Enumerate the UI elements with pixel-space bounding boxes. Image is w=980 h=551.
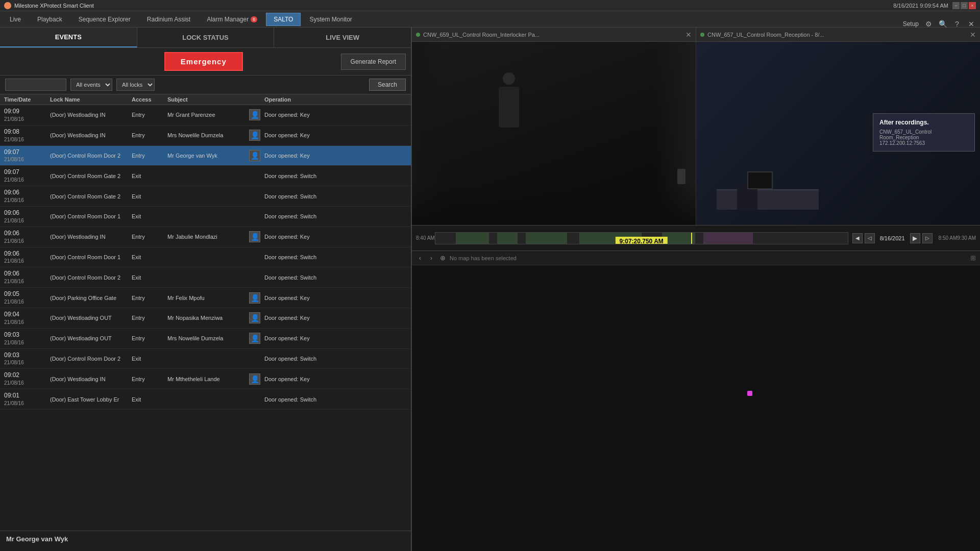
timeline-controls: ◀ ◁ 8/16/2021 ▶ ▷	[852, 233, 933, 243]
timeline-segment-2	[497, 233, 518, 244]
event-lock-5: (Door) Control Room Door 1	[50, 213, 129, 219]
person-icon: 👤	[249, 312, 260, 323]
table-row[interactable]: 09:0621/08/16(Door) Westloading INEntryM…	[0, 227, 411, 247]
event-subject-icon-10: 👤	[249, 312, 264, 323]
event-time-4: 09:0621/08/16	[4, 188, 50, 204]
table-row[interactable]: 09:0921/08/16(Door) Westloading INEntryM…	[0, 105, 411, 126]
emergency-button[interactable]: Emergency	[164, 52, 243, 71]
table-row[interactable]: 09:0321/08/16(Door) Control Room Door 2E…	[0, 349, 411, 369]
table-row[interactable]: 09:0221/08/16(Door) Westloading INEntryM…	[0, 369, 411, 389]
event-operation-6: Door opened: Key	[264, 234, 407, 240]
camera-view-2: After recordings. CNW_657_UL_Control Roo…	[696, 42, 980, 225]
event-lock-7: (Door) Control Room Door 1	[50, 254, 129, 260]
settings-icon[interactable]: ⚙	[924, 19, 933, 29]
event-lock-13: (Door) Westloading IN	[50, 376, 129, 382]
tab-sequence[interactable]: Sequence Explorer	[71, 13, 138, 26]
event-time-8: 09:0621/08/16	[4, 269, 50, 285]
event-operation-12: Door opened: Switch	[264, 356, 407, 362]
event-time-7: 09:0621/08/16	[4, 249, 50, 265]
event-operation-11: Door opened: Key	[264, 335, 407, 341]
maximize-button[interactable]: □	[961, 2, 968, 9]
search-button[interactable]: Search	[369, 79, 406, 91]
cam2-tooltip-line1: CNW_657_UL_Control Room_Reception	[879, 129, 968, 140]
event-lock-12: (Door) Control Room Door 2	[50, 356, 129, 362]
timeline-back-button[interactable]: ◁	[865, 233, 875, 243]
event-lock-4: (Door) Control Room Gate 2	[50, 193, 129, 199]
titlebar-left: Milestone XProtect Smart Client	[4, 2, 94, 9]
event-access-10: Entry	[132, 315, 167, 321]
tab-salto[interactable]: SALTO	[266, 13, 301, 26]
table-row[interactable]: 09:0421/08/16(Door) Westloading OUTEntry…	[0, 308, 411, 329]
close-icon[interactable]: ✕	[967, 19, 976, 29]
event-subject-icon-13: 👤	[249, 373, 264, 385]
event-operation-1: Door opened: Key	[264, 132, 407, 138]
table-row[interactable]: 09:0621/08/16(Door) Control Room Door 2E…	[0, 267, 411, 288]
table-row[interactable]: 09:0821/08/16(Door) Westloading INEntryM…	[0, 126, 411, 146]
timeline-forward-button[interactable]: ▷	[922, 233, 933, 243]
event-time-5: 09:0621/08/16	[4, 209, 50, 224]
timeline-area: 8:40 AM 9:07:20.750 AM ◀ ◁ 8/16/2021 ▶ ▷…	[412, 226, 980, 251]
timeline-mid-time: 8:50 AM	[939, 235, 958, 241]
cam2-close-button[interactable]: ✕	[970, 31, 976, 39]
cam2-monitor	[747, 171, 773, 189]
right-panel: CNW_659_UL_Control Room_Interlocker Pa..…	[412, 28, 980, 551]
events-filter-select[interactable]: All events	[70, 79, 112, 91]
timeline-segment-1	[456, 233, 489, 244]
event-access-14: Exit	[132, 396, 167, 403]
map-location-icon[interactable]: ⊕	[438, 254, 447, 262]
table-row[interactable]: 09:0721/08/16(Door) Control Room Door 2E…	[0, 146, 411, 166]
event-access-9: Entry	[132, 295, 167, 301]
tab-playback[interactable]: Playback	[30, 13, 70, 26]
event-lock-0: (Door) Westloading IN	[50, 112, 129, 118]
event-access-13: Entry	[132, 376, 167, 382]
nav-tab-live_view[interactable]: LIVE VIEW	[274, 28, 411, 47]
tab-alarm[interactable]: Alarm Manager6	[199, 13, 265, 26]
table-body: 09:0921/08/16(Door) Westloading INEntryM…	[0, 105, 411, 410]
table-row[interactable]: 09:0321/08/16(Door) Westloading OUTEntry…	[0, 329, 411, 349]
event-lock-9: (Door) Parking Office Gate	[50, 295, 129, 301]
col-access: Access	[132, 96, 167, 103]
event-access-11: Entry	[132, 335, 167, 341]
map-nav-right[interactable]: ›	[427, 254, 435, 262]
table-row[interactable]: 09:0621/08/16(Door) Control Room Door 1E…	[0, 207, 411, 227]
close-button[interactable]: ×	[969, 2, 976, 9]
table-row[interactable]: 09:0721/08/16(Door) Control Room Gate 2E…	[0, 166, 411, 186]
help-icon[interactable]: ?	[952, 19, 962, 29]
event-lock-6: (Door) Westloading IN	[50, 234, 129, 240]
nav-tab-lock_status[interactable]: LOCK STATUS	[137, 28, 275, 47]
minimize-button[interactable]: −	[952, 2, 960, 9]
event-time-13: 09:0221/08/16	[4, 371, 50, 387]
nav-tab-events[interactable]: EVENTS	[0, 28, 137, 47]
locks-filter-select[interactable]: All locks	[116, 79, 155, 91]
map-area: ‹ › ⊕ No map has been selected ⊞	[412, 251, 980, 551]
map-nav-left[interactable]: ‹	[416, 254, 424, 262]
cam2-tooltip: After recordings. CNW_657_UL_Control Roo…	[873, 113, 975, 152]
filter-text-input[interactable]	[5, 79, 66, 91]
table-row[interactable]: 09:0621/08/16(Door) Control Room Gate 2E…	[0, 186, 411, 207]
tab-radinium[interactable]: Radinium Assist	[139, 13, 198, 26]
timeline-rewind-button[interactable]: ◀	[852, 233, 863, 243]
generate-report-button[interactable]: Generate Report	[341, 54, 406, 70]
timeline-bar[interactable]: 9:07:20.750 AM	[435, 232, 848, 244]
table-row[interactable]: 09:0621/08/16(Door) Control Room Door 1E…	[0, 247, 411, 268]
timeline-segment-3	[526, 233, 567, 244]
col-subject: Subject	[167, 96, 249, 103]
tab-sysmon[interactable]: System Monitor	[302, 13, 359, 26]
cam2-title: CNW_657_UL_Control Room_Reception - 8/..…	[707, 32, 824, 38]
event-access-0: Entry	[132, 112, 167, 118]
cam1-close-button[interactable]: ✕	[685, 31, 692, 39]
table-row[interactable]: 09:0121/08/16(Door) East Tower Lobby ErE…	[0, 389, 411, 410]
event-time-14: 09:0121/08/16	[4, 391, 50, 407]
setup-label: Setup	[903, 20, 919, 28]
event-time-2: 09:0721/08/16	[4, 148, 50, 164]
map-marker	[747, 391, 752, 396]
map-expand-icon[interactable]: ⊞	[970, 254, 976, 262]
event-time-9: 09:0521/08/16	[4, 290, 50, 306]
event-access-1: Entry	[132, 132, 167, 138]
event-time-11: 09:0321/08/16	[4, 331, 50, 346]
cam1-status-dot	[416, 33, 420, 37]
table-row[interactable]: 09:0521/08/16(Door) Parking Office GateE…	[0, 288, 411, 308]
timeline-play-button[interactable]: ▶	[910, 233, 920, 243]
tab-live[interactable]: Live	[2, 13, 29, 26]
search-icon[interactable]: 🔍	[938, 19, 947, 29]
